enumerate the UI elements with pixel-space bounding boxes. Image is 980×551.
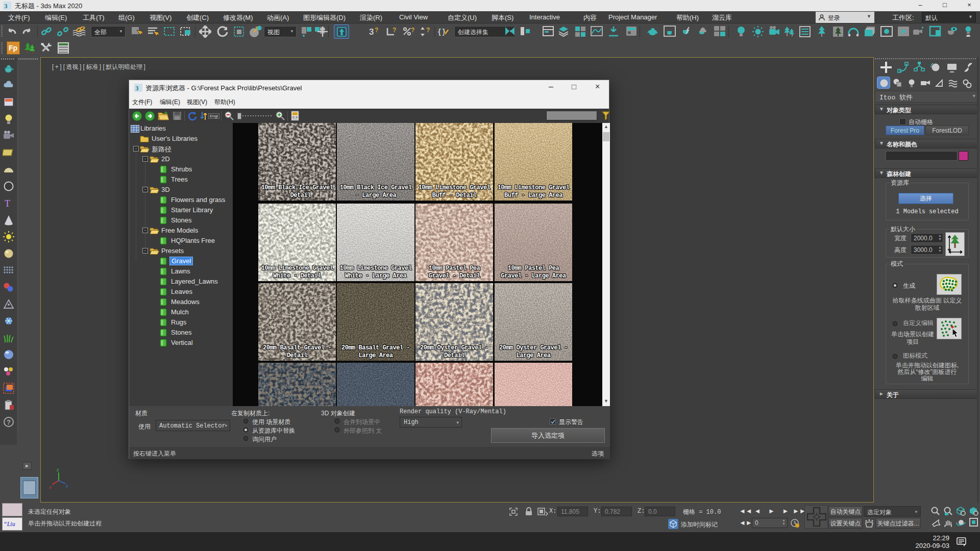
svg-text:3: 3	[5, 3, 8, 10]
svg-text:3: 3	[136, 85, 139, 92]
svg-text:x: x	[49, 485, 52, 489]
svg-text:3: 3	[369, 27, 374, 37]
svg-text:z: z	[57, 467, 59, 472]
svg-text:?: ?	[7, 418, 11, 426]
svg-text:T: T	[5, 198, 10, 209]
svg-text:?: ?	[426, 27, 430, 34]
svg-text:?: ?	[411, 27, 414, 34]
svg-text:y: y	[66, 483, 68, 488]
svg-text:?: ?	[393, 27, 396, 34]
svg-text:?: ?	[375, 27, 378, 34]
